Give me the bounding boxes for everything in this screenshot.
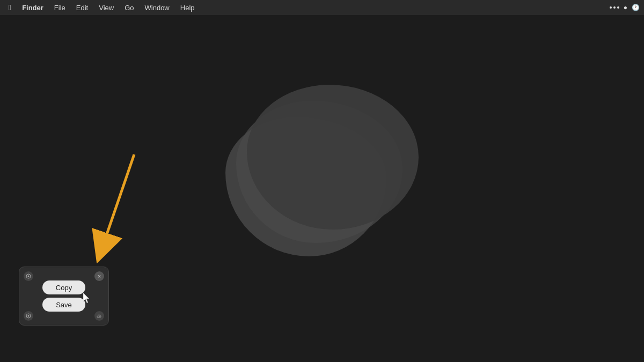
control-center-icon[interactable]: ● xyxy=(624,4,627,11)
popup-pin-icon[interactable] xyxy=(23,270,34,282)
apple-menu[interactable]:  xyxy=(4,2,16,13)
clock-icon[interactable]: 🕐 xyxy=(632,4,640,11)
popup-buttons: Copy Save xyxy=(42,280,85,312)
edit-menu[interactable]: Edit xyxy=(72,3,92,13)
file-menu[interactable]: File xyxy=(50,3,70,13)
cloud-upload-icon xyxy=(97,313,103,319)
save-button[interactable]: Save xyxy=(42,298,85,312)
copy-button[interactable]: Copy xyxy=(42,280,85,294)
popup-bottom-left-icon[interactable] xyxy=(23,310,34,322)
compass-icon-2 xyxy=(26,313,31,319)
compass-icon xyxy=(26,274,31,279)
popup-upload-icon[interactable] xyxy=(93,310,105,322)
status-icons xyxy=(610,6,619,9)
svg-point-5 xyxy=(28,315,30,317)
popup-close-button[interactable]: × xyxy=(93,270,105,282)
help-menu[interactable]: Help xyxy=(176,3,199,13)
save-copy-popup: × Copy Save xyxy=(19,267,109,326)
blob-shape xyxy=(215,85,419,256)
svg-line-1 xyxy=(102,154,134,248)
menubar:  Finder File Edit View Go Window Help ●… xyxy=(0,0,644,15)
app-name[interactable]: Finder xyxy=(18,3,48,13)
go-menu[interactable]: Go xyxy=(120,3,138,13)
svg-point-3 xyxy=(28,276,30,277)
window-menu[interactable]: Window xyxy=(141,3,174,13)
arrow-annotation xyxy=(70,144,177,267)
desktop: × Copy Save xyxy=(0,15,644,362)
view-menu[interactable]: View xyxy=(94,3,118,13)
